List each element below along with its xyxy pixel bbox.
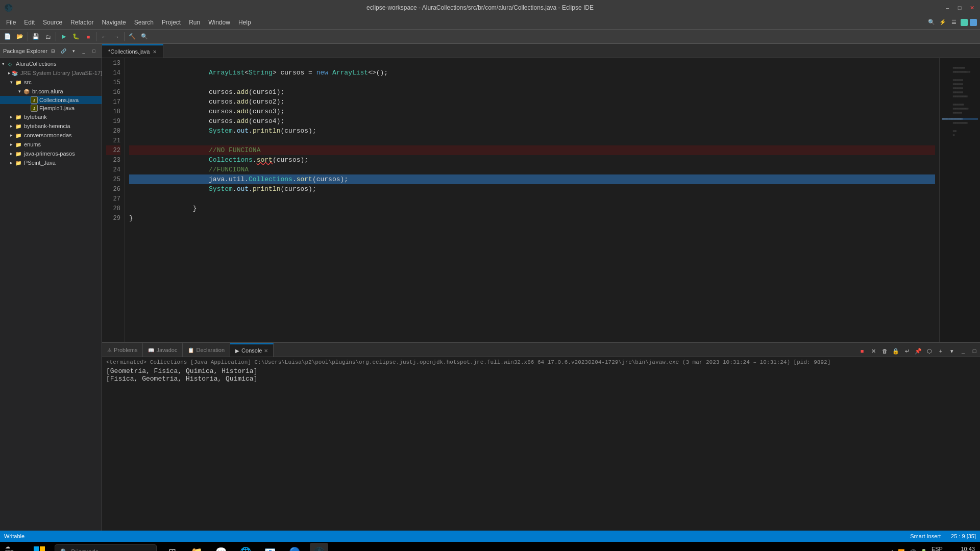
remove-launch-button[interactable]: ✕ xyxy=(868,345,879,357)
language-indicator[interactable]: ESPLAA xyxy=(932,546,943,551)
file-explorer-button[interactable]: 📁 xyxy=(187,543,206,551)
network-icon[interactable]: 📶 xyxy=(898,549,905,552)
battery-icon[interactable]: 🔋 xyxy=(920,549,927,552)
new-console-button[interactable]: + xyxy=(935,345,946,357)
line-25: 25 xyxy=(106,174,120,184)
tree-item-package[interactable]: ▾ 📦 br.com.alura xyxy=(0,87,102,96)
word-wrap-button[interactable]: ↵ xyxy=(901,345,913,357)
code-editor[interactable]: 13 14 15 16 17 18 19 20 21 22 23 24 25 2… xyxy=(102,58,939,342)
tab-collections-java[interactable]: *Collections.java ✕ xyxy=(102,44,163,58)
code-content[interactable]: ArrayList<String> cursos = new ArrayList… xyxy=(125,58,939,342)
tab-console[interactable]: ▶ Console ✕ xyxy=(230,343,274,357)
forward-button[interactable]: → xyxy=(111,31,122,42)
tree-item-ejemplo1-java[interactable]: ▸ J Ejemplo1.java xyxy=(0,104,102,112)
build-button[interactable]: 🔨 xyxy=(127,31,138,42)
edge-button[interactable]: 🌐 xyxy=(236,543,255,551)
scroll-lock-button[interactable]: 🔒 xyxy=(890,345,901,357)
mail-button[interactable]: 📧 xyxy=(261,543,279,551)
minimize-button[interactable]: – xyxy=(943,4,951,12)
task-view-button[interactable]: ⊞ xyxy=(163,543,181,551)
taskbar-search[interactable]: 🔍 Búsqueda xyxy=(55,544,157,551)
tab-problems[interactable]: ⚠ Problems xyxy=(102,343,143,357)
teams-button[interactable]: 💬 xyxy=(212,543,230,551)
tree-item-pseint-java[interactable]: ▸ 📁 PSeint_Java xyxy=(0,158,102,167)
collapse-all-button[interactable]: ⊟ xyxy=(48,46,58,56)
perspective-icon-2[interactable] xyxy=(970,19,977,26)
console-menu-button[interactable]: ▾ xyxy=(946,345,958,357)
console-terminated-text: <terminated> Collections [Java Applicati… xyxy=(106,359,976,365)
tree-item-conversormonedas[interactable]: ▸ 📁 conversormonedas xyxy=(0,131,102,140)
line-23: 23 xyxy=(106,155,120,165)
run-button[interactable]: ▶ xyxy=(58,31,69,42)
minimap-content: ▓▓▓▓▓▓▓▓▓▓▓▓▓ ▓▓▓▓▓▓▓▓▓▓▓▓▓▓▓▓▓▓▓ ▓▓▓▓▓▓… xyxy=(940,58,980,145)
view-menu-button[interactable]: ▾ xyxy=(69,46,78,56)
back-button[interactable]: ← xyxy=(99,31,110,42)
tree-item-bytebank-herencia[interactable]: ▸ 📁 bytebank-herencia xyxy=(0,121,102,131)
console-content[interactable]: <terminated> Collections [Java Applicati… xyxy=(102,357,980,531)
chrome-icon: 🔵 xyxy=(289,546,300,551)
tree-item-bytebank[interactable]: ▸ 📁 bytebank xyxy=(0,112,102,121)
maximize-button[interactable]: □ xyxy=(955,4,964,12)
new-button[interactable]: 📄 xyxy=(2,31,13,42)
statusbar: Writable Smart Insert 25 : 9 [35] xyxy=(0,531,980,542)
stop-button[interactable]: ■ xyxy=(83,31,94,42)
menu-navigate[interactable]: Navigate xyxy=(97,18,130,27)
menu-search[interactable]: Search xyxy=(130,18,158,27)
tree-item-enums[interactable]: ▸ 📁 enums xyxy=(0,140,102,149)
debug-button[interactable]: 🐛 xyxy=(70,31,82,42)
tree-item-jre[interactable]: ▸ 📚 JRE System Library [JavaSE-17] xyxy=(0,68,102,78)
minimize-sidebar-button[interactable]: _ xyxy=(79,46,88,56)
minimize-panel-button[interactable]: _ xyxy=(958,345,969,357)
save-button[interactable]: 💾 xyxy=(30,31,41,42)
open-console-button[interactable]: ⬡ xyxy=(924,345,935,357)
tab-javadoc[interactable]: 📖 Javadoc xyxy=(143,343,183,357)
tab-problems-label: Problems xyxy=(114,347,137,353)
toolbar-icon-2[interactable]: ⚡ xyxy=(937,17,948,28)
search-toolbar-icon[interactable]: 🔍 xyxy=(926,17,937,28)
menu-edit[interactable]: Edit xyxy=(20,18,39,27)
file-tree: ▾ ◇ AluraCollections ▸ 📚 JRE System Libr… xyxy=(0,58,102,531)
chrome-button[interactable]: 🔵 xyxy=(285,543,304,551)
open-button[interactable]: 📂 xyxy=(14,31,26,42)
tab-declaration[interactable]: 📋 Declaration xyxy=(183,343,230,357)
line-27: 27 xyxy=(106,194,120,204)
tree-item-aluracollections[interactable]: ▾ ◇ AluraCollections xyxy=(0,59,102,68)
menu-file[interactable]: File xyxy=(2,18,20,27)
line-20: 20 xyxy=(106,126,120,136)
tree-item-java-primeros-pasos[interactable]: ▸ 📁 java-primeros-pasos xyxy=(0,149,102,158)
menu-project[interactable]: Project xyxy=(158,18,185,27)
menu-source[interactable]: Source xyxy=(39,18,66,27)
link-editor-button[interactable]: 🔗 xyxy=(59,46,68,56)
save-all-button[interactable]: 🗂 xyxy=(42,31,54,42)
volume-icon[interactable]: 🔊 xyxy=(909,549,916,552)
perspective-icon[interactable] xyxy=(961,19,968,26)
code-line-13 xyxy=(129,58,935,68)
eclipse-button[interactable]: 🌑 xyxy=(310,543,328,551)
up-arrow-icon[interactable]: ^ xyxy=(891,549,894,551)
writable-status: Writable xyxy=(4,533,24,539)
line-24: 24 xyxy=(106,165,120,174)
search-placeholder: Búsqueda xyxy=(71,548,99,551)
line-29: 29 xyxy=(106,213,120,223)
close-button[interactable]: ✕ xyxy=(968,4,976,12)
menu-refactor[interactable]: Refactor xyxy=(66,18,97,27)
search-button[interactable]: 🔍 xyxy=(139,31,150,42)
close-panel-button[interactable]: ✕ xyxy=(264,348,268,354)
datetime-display[interactable]: 10:43 03/03/2023 xyxy=(947,546,975,551)
toolbar-icon-3[interactable]: ☰ xyxy=(948,17,960,28)
tab-close-button[interactable]: ✕ xyxy=(153,49,157,55)
pin-console-button[interactable]: 📌 xyxy=(913,345,924,357)
mail-icon: 📧 xyxy=(264,546,276,551)
line-13: 13 xyxy=(106,58,120,68)
code-line-23: Collections.sort(cursos); xyxy=(129,155,935,165)
menu-window[interactable]: Window xyxy=(204,18,234,27)
start-button[interactable] xyxy=(30,543,48,551)
menu-run[interactable]: Run xyxy=(185,18,204,27)
maximize-panel-button[interactable]: □ xyxy=(969,345,980,357)
clear-console-button[interactable]: 🗑 xyxy=(879,345,890,357)
tree-item-src[interactable]: ▾ 📁 src xyxy=(0,78,102,87)
tree-item-collections-java[interactable]: ▸ J Collections.java xyxy=(0,96,102,104)
maximize-sidebar-button[interactable]: □ xyxy=(89,46,99,56)
menu-help[interactable]: Help xyxy=(234,18,255,27)
terminate-button[interactable]: ■ xyxy=(856,345,868,357)
